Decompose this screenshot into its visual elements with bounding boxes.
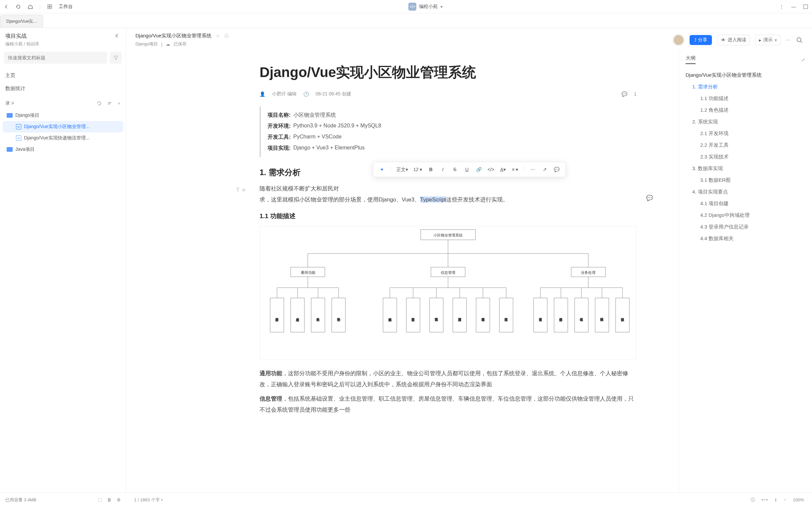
paragraph[interactable]: 通用功能，这部分功能不受用户身份的限制，小区的业主、物业公司管理人员都可以使用，… bbox=[260, 368, 637, 390]
refresh-icon[interactable] bbox=[15, 4, 21, 10]
search-input[interactable] bbox=[4, 52, 107, 64]
star-icon[interactable]: ☆ bbox=[216, 33, 220, 39]
present-label: 演示 bbox=[763, 37, 773, 43]
outline-item[interactable]: 4.1 项目创建 bbox=[686, 198, 805, 210]
sort-icon[interactable] bbox=[107, 101, 112, 106]
outline-item[interactable]: 3.1 数据ER图 bbox=[686, 174, 805, 186]
style-select[interactable]: 正文 ▾ bbox=[394, 164, 410, 175]
reading-mode-button[interactable]: 👁进入阅读 bbox=[717, 35, 750, 45]
workspace-label[interactable]: 工作台 bbox=[59, 4, 73, 10]
doc-icon: w bbox=[16, 135, 21, 141]
word-count[interactable]: 1 / 1863 个字 bbox=[134, 497, 160, 502]
svg-rect-27 bbox=[453, 298, 467, 332]
more-toolbar-icon[interactable]: ⋯ bbox=[528, 164, 538, 175]
paragraph[interactable]: T ≡ ✦ 正文 ▾ 12 ▾ B I S U 🔗 bbox=[260, 183, 637, 205]
section-label[interactable]: 录 > bbox=[5, 100, 14, 106]
tree-doc-1[interactable]: wDjango/Vue实现小区物业管理... bbox=[3, 121, 123, 132]
svg-rect-19 bbox=[332, 298, 345, 332]
size-select[interactable]: 12 ▾ bbox=[411, 164, 424, 175]
svg-rect-35 bbox=[554, 298, 568, 332]
bold-button[interactable]: B bbox=[425, 164, 436, 175]
italic-button[interactable]: I bbox=[437, 164, 448, 175]
outline-collapse-icon[interactable]: ⤢ bbox=[801, 57, 805, 62]
minimize-icon[interactable]: — bbox=[791, 4, 797, 10]
document-body[interactable]: Django/Vue实现小区物业管理系统 👤 小肥仔 编辑 🕐 08-21 08… bbox=[126, 50, 679, 492]
scan-icon[interactable]: ⬚ bbox=[98, 497, 102, 502]
page-title[interactable]: Django/Vue实现小区物业管理系统 bbox=[260, 63, 637, 82]
chevron-down-icon: ▾ bbox=[775, 37, 777, 43]
doc-project[interactable]: Django项目 bbox=[136, 41, 158, 47]
strike-button[interactable]: S bbox=[449, 164, 460, 175]
list-icon[interactable]: ≡ bbox=[242, 184, 246, 195]
zoom-out-icon[interactable]: − bbox=[783, 497, 786, 502]
search-icon[interactable] bbox=[796, 37, 803, 43]
outline-item[interactable]: 3. 数据库实现 bbox=[686, 163, 805, 174]
outline-item[interactable]: 2.3 实现技术 bbox=[686, 151, 805, 163]
trash-icon[interactable]: 🗑 bbox=[107, 497, 111, 502]
sidebar-title: 项目实战 bbox=[5, 33, 39, 40]
zoom-level[interactable]: 100% bbox=[793, 497, 804, 502]
tree-doc-2[interactable]: wDjango/Vue实现快递物流管理... bbox=[3, 132, 123, 144]
avatar[interactable] bbox=[673, 34, 684, 46]
outline-item[interactable]: 4. 项目实现要点 bbox=[686, 186, 805, 198]
text: 这些开发技术进行实现。 bbox=[446, 196, 508, 203]
collapse-sidebar-icon[interactable] bbox=[114, 33, 120, 39]
present-button[interactable]: ▸演示▾ bbox=[755, 35, 781, 45]
text-bold: 通用功能 bbox=[260, 370, 282, 376]
para-comment-icon[interactable]: 💬 bbox=[646, 192, 653, 204]
tree-folder-django[interactable]: Django项目 bbox=[3, 110, 123, 121]
nav-home[interactable]: 主页 bbox=[5, 69, 120, 82]
back-icon[interactable] bbox=[3, 4, 9, 10]
more-vertical-icon[interactable]: ⋮ bbox=[779, 4, 784, 10]
outline-item[interactable]: Django/Vue实现小区物业管理系统 bbox=[686, 69, 805, 81]
breadcrumb[interactable]: 编程小苑 / 知识库 bbox=[5, 41, 39, 47]
share-button[interactable]: ⤴分享 bbox=[690, 35, 712, 45]
comment-toolbar-icon[interactable]: 💬 bbox=[551, 164, 562, 175]
outline-item[interactable]: 1. 需求分析 bbox=[686, 81, 805, 93]
code-button[interactable]: </> bbox=[485, 164, 496, 175]
tree-folder-java[interactable]: Java项目 bbox=[3, 144, 123, 155]
link-button[interactable]: 🔗 bbox=[473, 164, 484, 175]
info-value: Django + Vue3 + ElementPlus bbox=[293, 145, 365, 152]
doc-saved: 已保存 bbox=[173, 41, 186, 47]
svg-rect-21 bbox=[383, 298, 397, 332]
document-tab[interactable]: Django/Vue实... bbox=[0, 15, 43, 28]
paragraph[interactable]: 信息管理，包括系统基础设置、业主信息管理、职工信息管理、房屋信息管理、车辆信息管… bbox=[260, 393, 637, 415]
outline-item[interactable]: 2.1 开发环境 bbox=[686, 128, 805, 139]
comment-icon[interactable]: 💬 bbox=[621, 92, 627, 97]
text-color-button[interactable]: A ▾ bbox=[498, 164, 508, 175]
external-icon[interactable]: ↗ bbox=[539, 164, 550, 175]
ai-icon[interactable]: ✦ bbox=[377, 164, 387, 175]
svg-text:业务处理: 业务处理 bbox=[581, 271, 595, 275]
help-icon[interactable]: ⓘ bbox=[751, 497, 755, 503]
app-name: 编程小苑 bbox=[419, 4, 438, 10]
outline-item[interactable]: 4.2 Django中跨域处理 bbox=[686, 210, 805, 221]
nav-stats[interactable]: 数据统计 bbox=[5, 82, 120, 95]
outline-item[interactable]: 4.3 登录用户信息记录 bbox=[686, 221, 805, 233]
add-icon[interactable]: + bbox=[118, 101, 120, 106]
heading-3[interactable]: 1.1 功能描述 bbox=[260, 212, 637, 221]
text-format-icon[interactable]: T bbox=[236, 184, 239, 195]
home-icon[interactable] bbox=[28, 4, 33, 10]
folder-icon bbox=[7, 147, 13, 152]
svg-rect-39 bbox=[595, 298, 609, 332]
svg-text:通用功能: 通用功能 bbox=[301, 271, 315, 275]
underline-button[interactable]: U bbox=[462, 164, 472, 175]
outline-item[interactable]: 1.2 角色描述 bbox=[686, 104, 805, 116]
settings-icon[interactable]: ⚙ bbox=[117, 497, 121, 502]
filter-icon[interactable] bbox=[110, 52, 122, 64]
refresh-tree-icon[interactable] bbox=[96, 101, 102, 106]
info-label: 开发工具: bbox=[268, 134, 290, 141]
maximize-icon[interactable] bbox=[803, 4, 809, 10]
outline-item[interactable]: 2. 系统实现 bbox=[686, 116, 805, 128]
chevron-down-icon[interactable]: ▾ bbox=[440, 4, 443, 9]
outline-item[interactable]: 2.2 开发工具 bbox=[686, 139, 805, 151]
width-icon[interactable]: ⟷ bbox=[762, 497, 768, 502]
more-icon[interactable]: ⋯ bbox=[786, 37, 791, 43]
apps-icon[interactable] bbox=[47, 4, 53, 10]
align-button[interactable]: ≡ ▾ bbox=[510, 164, 521, 175]
outline-item[interactable]: 4.4 数据库相关 bbox=[686, 233, 805, 244]
outline-item[interactable]: 1.1 功能描述 bbox=[686, 93, 805, 104]
bell-icon[interactable] bbox=[224, 33, 229, 39]
spacing-icon[interactable]: ⫿ bbox=[775, 497, 777, 502]
